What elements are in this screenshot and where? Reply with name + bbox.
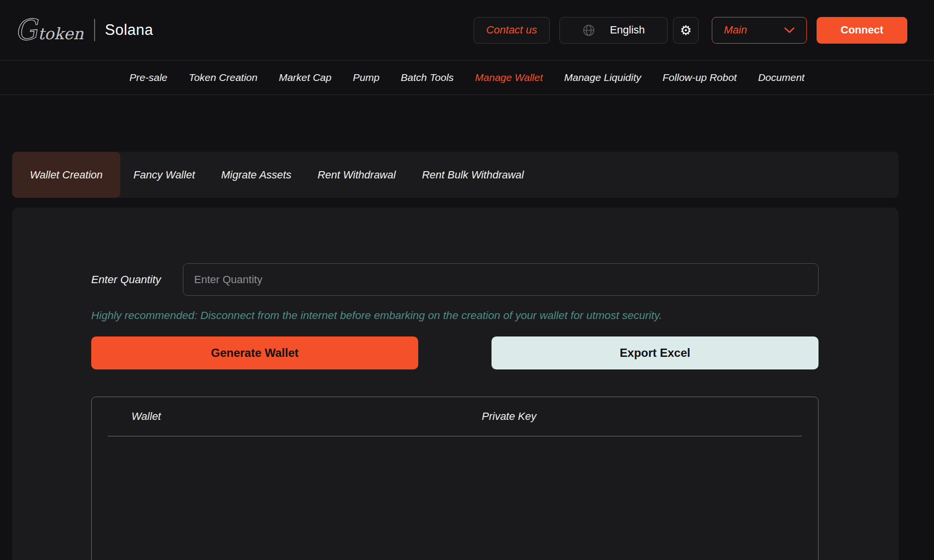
tab-wallet-creation[interactable]: Wallet Creation xyxy=(12,152,120,198)
nav-item-token-creation[interactable]: Token Creation xyxy=(189,72,258,83)
settings-button[interactable]: ⚙ xyxy=(673,17,699,44)
generate-wallet-button[interactable]: Generate Wallet xyxy=(91,336,418,369)
wallet-table-header: Wallet Private Key xyxy=(92,397,818,436)
wallet-table: Wallet Private Key xyxy=(91,397,819,560)
connect-button[interactable]: Connect xyxy=(817,17,907,44)
quantity-row: Enter Quantity xyxy=(91,263,819,296)
logo-divider xyxy=(94,19,95,41)
connect-label: Connect xyxy=(841,24,884,36)
nav-item-pre-sale[interactable]: Pre-sale xyxy=(130,72,167,83)
language-label: English xyxy=(610,24,645,36)
brand-logo[interactable]: G token Solana xyxy=(15,16,153,44)
logo-g-icon: G xyxy=(14,15,38,45)
globe-icon xyxy=(582,24,595,37)
column-header-private-key: Private Key xyxy=(482,410,818,423)
chevron-down-icon xyxy=(784,27,795,33)
nav-item-manage-wallet[interactable]: Manage Wallet xyxy=(475,72,543,83)
top-header: G token Solana Contact us English xyxy=(0,0,934,60)
network-dropdown-value: Main xyxy=(724,24,747,36)
spacer xyxy=(0,198,934,208)
action-buttons-row: Generate Wallet Export Excel xyxy=(91,336,819,369)
spacer xyxy=(0,95,934,152)
contact-us-label: Contact us xyxy=(486,24,537,36)
tab-rent-withdrawal[interactable]: Rent Withdrawal xyxy=(304,152,409,198)
network-dropdown[interactable]: Main xyxy=(712,17,807,44)
logo-network-name: Solana xyxy=(105,21,153,39)
quantity-input[interactable] xyxy=(183,263,819,296)
table-header-divider xyxy=(108,436,802,436)
main-nav: Pre-sale Token Creation Market Cap Pump … xyxy=(0,60,934,95)
nav-item-batch-tools[interactable]: Batch Tools xyxy=(401,72,454,83)
app-screen: G token Solana Contact us English xyxy=(0,0,934,560)
security-notice: Highly recommended: Disconnect from the … xyxy=(91,309,819,322)
wallet-creation-panel: Enter Quantity Highly recommended: Disco… xyxy=(12,208,899,560)
tab-migrate-assets[interactable]: Migrate Assets xyxy=(208,152,305,198)
column-header-wallet: Wallet xyxy=(92,410,482,423)
language-selector[interactable]: English xyxy=(559,17,668,44)
quantity-label: Enter Quantity xyxy=(91,273,183,286)
tab-fancy-wallet[interactable]: Fancy Wallet xyxy=(120,152,208,198)
nav-item-manage-liquidity[interactable]: Manage Liquidity xyxy=(564,72,641,83)
wallet-tabs: Wallet Creation Fancy Wallet Migrate Ass… xyxy=(12,152,899,198)
nav-item-document[interactable]: Document xyxy=(758,72,804,83)
tab-rent-bulk-withdrawal[interactable]: Rent Bulk Withdrawal xyxy=(409,152,537,198)
logo-brand-text: token xyxy=(38,24,83,43)
nav-item-follow-up-robot[interactable]: Follow-up Robot xyxy=(663,72,737,83)
export-excel-button[interactable]: Export Excel xyxy=(492,336,819,369)
contact-us-button[interactable]: Contact us xyxy=(474,17,550,44)
nav-item-market-cap[interactable]: Market Cap xyxy=(279,72,332,83)
gear-icon: ⚙ xyxy=(680,24,691,37)
nav-item-pump[interactable]: Pump xyxy=(353,72,379,83)
header-actions: Contact us English ⚙ Main xyxy=(474,17,907,44)
